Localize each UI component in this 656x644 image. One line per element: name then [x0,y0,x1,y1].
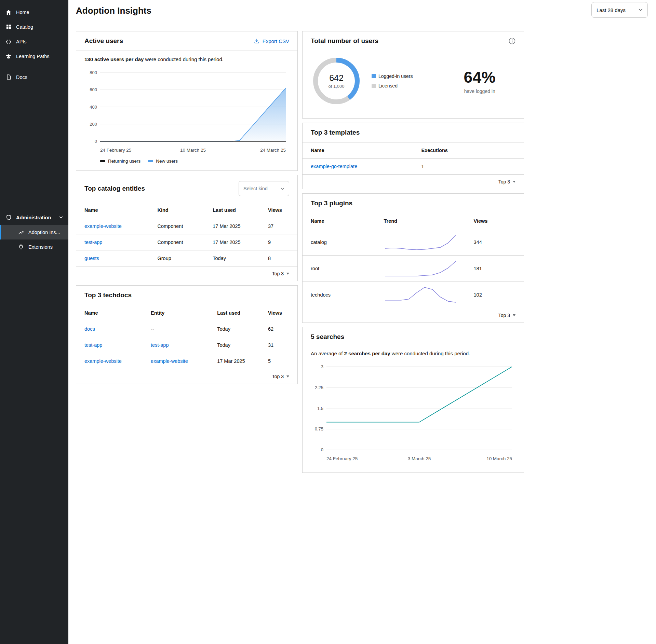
column-header: Last used [204,202,260,218]
logged-in-percent-block: 64% have logged in [464,68,496,94]
entity-link[interactable]: guests [84,256,99,261]
top3-select[interactable]: Top 3 [76,369,297,384]
chevron-down-icon [281,188,284,190]
template-link[interactable]: example-go-template [311,164,357,169]
cell: Component [149,218,205,234]
sidebar-item-extensions[interactable]: Extensions [0,239,68,254]
top3-label: Top 3 [498,313,510,318]
top3-select[interactable]: Top 3 [76,266,297,281]
sidebar-item-catalog[interactable]: Catalog [0,19,68,34]
svg-text:1.5: 1.5 [317,406,323,411]
top-catalog-table: Name Kind Last used Views example-websit… [76,202,297,266]
techdoc-link[interactable]: docs [84,326,95,332]
column-header: Name [303,142,413,159]
card-title: Top 3 plugins [311,200,352,207]
main-content: Active users Export CSV 130 active users… [76,31,648,473]
cell: 9 [260,234,297,250]
entity-link[interactable]: test-app [151,342,169,348]
svg-text:3: 3 [321,364,323,369]
home-icon [5,9,12,15]
legend-item: New users [148,159,178,164]
returning-users-swatch [100,160,105,162]
caret-down-icon [513,181,516,183]
info-icon[interactable] [509,38,516,44]
top-techdocs-card: Top 3 techdocs Name Entity Last used Vie… [76,285,298,384]
sidebar-item-label: APIs [16,39,27,44]
active-users-card: Active users Export CSV 130 active users… [76,31,298,171]
svg-text:0.75: 0.75 [315,426,323,431]
cell: 31 [260,337,297,353]
line-chart-icon [18,229,24,235]
column-header: Trend [376,213,466,229]
top3-select[interactable]: Top 3 [303,175,524,189]
sidebar-item-label: Administration [16,215,51,220]
page-title: Adoption Insights [76,5,151,16]
techdoc-link[interactable]: example-website [84,358,122,364]
card-title: Top catalog entities [84,185,145,192]
cell: Component [149,234,205,250]
cell: techdocs [303,282,376,308]
cell: 5 [260,353,297,369]
entity-link[interactable]: example-website [151,358,188,364]
top3-label: Top 3 [272,271,284,276]
entity-link[interactable]: test-app [84,239,102,245]
svg-text:10 March 25: 10 March 25 [486,456,512,461]
entity-link[interactable]: example-website [84,223,122,229]
chevron-down-icon [639,9,643,11]
top-catalog-card: Top catalog entities Select kind Name Ki… [76,175,298,281]
svg-text:600: 600 [90,87,97,92]
svg-text:0: 0 [321,447,323,452]
docs-icon [5,74,12,80]
select-kind-dropdown[interactable]: Select kind [239,181,289,196]
export-csv-button[interactable]: Export CSV [254,38,289,44]
cell: root [303,256,376,282]
cell: 8 [260,250,297,266]
column-header: Name [303,213,376,229]
card-title: 5 searches [311,333,344,341]
column-header: Views [260,305,297,321]
column-header: Views [466,213,524,229]
right-column: Total number of users 642 of 1,000 Logge… [302,31,524,473]
cell: Today [204,250,260,266]
svg-text:3 March 25: 3 March 25 [408,456,431,461]
sidebar-item-label: Adoption Ins... [28,230,60,235]
top3-label: Top 3 [498,179,510,184]
techdoc-link[interactable]: test-app [84,342,102,348]
cell: -- [143,321,209,337]
sidebar-item-home[interactable]: Home [0,5,68,19]
column-header: Name [76,305,143,321]
export-csv-label: Export CSV [263,38,289,44]
date-range-select[interactable]: Last 28 days [591,2,648,18]
sidebar-item-apis[interactable]: APIs [0,34,68,49]
legend-item: Licensed [372,83,413,88]
table-row: example-website Component 17 Mar 2025 37 [76,218,297,234]
svg-text:0: 0 [95,139,97,144]
sidebar-item-adoption-insights[interactable]: Adoption Ins... [0,225,68,239]
caret-down-icon [286,273,289,275]
card-title: Top 3 techdocs [84,291,132,299]
svg-text:200: 200 [90,122,97,127]
table-row: guests Group Today 8 [76,250,297,266]
table-row: test-app test-app Today 31 [76,337,297,353]
svg-text:800: 800 [90,70,97,75]
legend-item: Returning users [100,159,140,164]
apis-icon [5,39,12,45]
top3-select[interactable]: Top 3 [303,308,524,323]
sidebar-item-docs[interactable]: Docs [0,70,68,84]
searches-chart: 00.751.52.25324 February 253 March 2510 … [311,362,516,466]
active-users-summary: 130 active users per day were conducted … [84,56,289,62]
table-row: root 181 [303,256,524,282]
top-templates-card: Top 3 templates Name Executions example-… [302,123,524,189]
table-row: example-website example-website 17 Mar 2… [76,353,297,369]
svg-text:24 February 25: 24 February 25 [326,456,358,461]
new-users-swatch [148,160,153,162]
cell: 17 Mar 2025 [204,234,260,250]
searches-summary: An average of 2 searches per day were co… [311,351,516,356]
sidebar-item-learning-paths[interactable]: Learning Paths [0,49,68,64]
trend-sparkline [384,233,457,251]
cell: 1 [413,159,524,175]
sidebar-item-administration[interactable]: Administration [0,210,68,225]
table-row: docs -- Today 62 [76,321,297,337]
cell: 62 [260,321,297,337]
cell: 17 Mar 2025 [209,353,260,369]
